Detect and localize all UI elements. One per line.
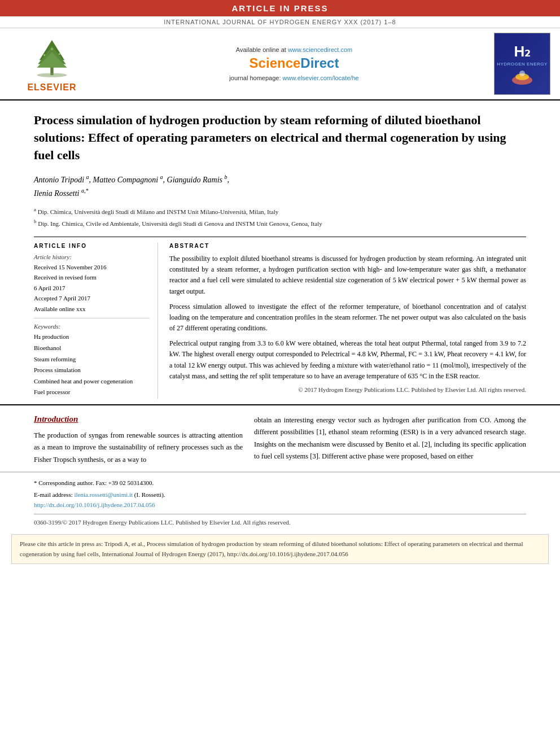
keyword-1: Bioethanol [34,343,150,353]
header-area: ELSEVIER Available online at www.science… [0,28,560,101]
journal-cover-title: HYDROGEN ENERGY [496,60,549,68]
two-col-section: ARTICLE INFO Article history: Received 1… [34,237,526,399]
intro-left-text: The production of syngas from renewable … [34,430,243,466]
citation-box: Please cite this article in press as: Tr… [11,534,549,564]
history-online: Available online xxx [34,304,150,314]
keywords-label: Keywords: [34,323,150,330]
article-body: Process simulation of hydrogen productio… [0,101,560,405]
footer-corresponding: * Corresponding author. Fax: +39 02 5031… [34,478,526,488]
affiliation-b: b Dip. Ing. Chimica, Civile ed Ambiental… [34,217,526,229]
article-title: Process simulation of hydrogen productio… [34,112,526,164]
article-info-label: ARTICLE INFO [34,243,150,249]
elsevier-tree-icon [24,35,80,80]
keyword-4: Combined heat and power cogeneration [34,377,150,387]
journal-line: INTERNATIONAL JOURNAL OF HYDROGEN ENERGY… [0,16,560,28]
intro-right-text: obtain an interesting energy vector such… [254,414,526,462]
journal-cover-area: H₂ HYDROGEN ENERGY [491,33,553,95]
abstract-paragraph-0: The possibility to exploit diluted bioet… [169,254,526,382]
abstract-copyright: © 2017 Hydrogen Energy Publications LLC.… [169,386,526,393]
right-column: ABSTRACT The possibility to exploit dilu… [169,243,526,399]
abstract-label: ABSTRACT [169,243,526,249]
footer-section: * Corresponding author. Fax: +39 02 5031… [0,472,560,531]
history-accepted: Accepted 7 April 2017 [34,294,150,303]
history-revised-date: 6 April 2017 [34,283,150,293]
article-in-press-banner: ARTICLE IN PRESS [0,0,560,16]
history-received: Received 15 November 2016 [34,263,150,272]
svg-point-5 [43,54,46,56]
svg-point-10 [519,71,525,76]
available-online: Available online at www.sciencedirect.co… [236,46,352,53]
svg-point-7 [51,48,53,50]
sd-url-link[interactable]: www.sciencedirect.com [288,46,352,53]
footer-email: E-mail address: ilenia.rossetti@unimi.it… [34,490,526,500]
elsevier-logo: ELSEVIER [7,33,97,95]
journal-cover-decoration [508,68,536,85]
history-revised-label: Received in revised form [34,273,150,282]
footer-doi-link[interactable]: http://dx.doi.org/10.1016/j.ijhydene.201… [34,501,155,508]
header-center: Available online at www.sciencedirect.co… [97,33,491,95]
journal-url-link[interactable]: www.elsevier.com/locate/he [283,75,359,81]
journal-cover: H₂ HYDROGEN ENERGY [494,33,550,95]
intro-left: Introduction The production of syngas fr… [34,414,243,466]
intro-right: obtain an interesting energy vector such… [254,414,526,466]
authors: Antonio Tripodi a, Matteo Compagnoni a, … [34,173,526,200]
introduction-section: Introduction The production of syngas fr… [0,405,560,472]
affiliations: a Dip. Chimica, Università degli Studi d… [34,206,526,229]
affiliation-a: a Dip. Chimica, Università degli Studi d… [34,206,526,217]
keyword-3: Process simulation [34,365,150,375]
journal-cover-h2: H₂ [514,43,531,60]
footer-email-link[interactable]: ilenia.rossetti@unimi.it [74,491,133,498]
science-direct-logo: ScienceDirect [250,55,339,71]
left-column: ARTICLE INFO Article history: Received 1… [34,243,158,399]
introduction-heading: Introduction [34,414,243,424]
keyword-2: Steam reforming [34,355,150,365]
divider [34,318,150,318]
svg-point-1 [37,73,67,77]
article-history-label: Article history: [34,254,150,260]
footer-divider [34,514,526,514]
elsevier-label: ELSEVIER [27,82,76,93]
journal-homepage: journal homepage: www.elsevier.com/locat… [229,75,358,81]
svg-point-6 [59,53,61,55]
keyword-0: H₂ production [34,332,150,342]
footer-copyright: 0360-3199/© 2017 Hydrogen Energy Publica… [34,518,526,528]
keyword-5: Fuel processor [34,387,150,397]
